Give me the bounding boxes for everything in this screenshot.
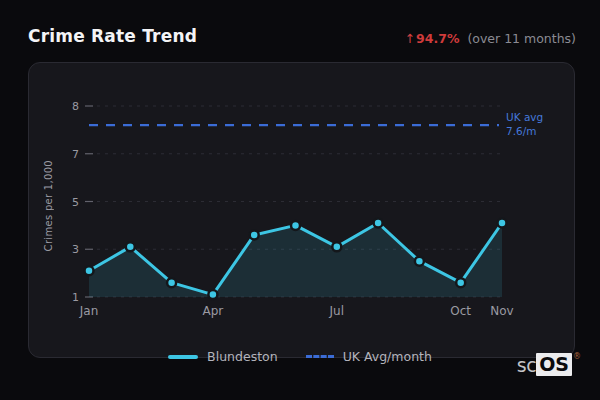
reference-line-swatch xyxy=(306,355,334,358)
delta-percentage: 94.7% xyxy=(416,31,459,46)
legend-item-uk-avg[interactable]: UK Avg/month xyxy=(306,349,432,364)
legend-label-reference: UK Avg/month xyxy=(343,349,432,364)
y-axis-title: Crimes per 1,000 xyxy=(43,160,54,251)
y-tick-label: 5 xyxy=(72,196,79,209)
y-tick-label: 3 xyxy=(72,243,79,256)
data-point-apr[interactable] xyxy=(208,290,217,299)
y-tick-label: 1 xyxy=(72,291,79,304)
page-title: Crime Rate Trend xyxy=(28,26,197,46)
uk-average-value: 7.6/m xyxy=(506,125,536,137)
chart-legend: Blundeston UK Avg/month xyxy=(0,349,600,364)
y-tick-label: 7 xyxy=(72,148,79,161)
x-tick-label-oct: Oct xyxy=(450,304,471,318)
dashboard: Crime Rate Trend ↑94.7% (over 11 months)… xyxy=(0,0,600,400)
scos-logo: sc OS ® xyxy=(517,353,581,376)
logo-text-sc: sc xyxy=(517,354,536,376)
data-point-jun[interactable] xyxy=(291,221,300,230)
data-point-oct[interactable] xyxy=(456,278,465,287)
delta-context: (over 11 months) xyxy=(467,31,576,46)
registered-mark-icon: ® xyxy=(573,352,581,361)
up-arrow-icon: ↑ xyxy=(405,31,415,46)
data-point-sep[interactable] xyxy=(415,257,424,266)
legend-item-blundeston[interactable]: Blundeston xyxy=(168,349,278,364)
logo-text-os: OS xyxy=(536,353,572,376)
data-point-nov[interactable] xyxy=(498,218,507,227)
x-tick-label-apr: Apr xyxy=(203,304,224,318)
legend-label-series: Blundeston xyxy=(207,349,278,364)
x-tick-label-jul: Jul xyxy=(329,304,344,318)
series-line-swatch xyxy=(168,355,198,359)
data-point-mar[interactable] xyxy=(167,278,176,287)
data-point-may[interactable] xyxy=(250,230,259,239)
series-area-fill xyxy=(89,223,502,297)
data-point-aug[interactable] xyxy=(374,218,383,227)
data-point-jan[interactable] xyxy=(85,266,94,275)
x-tick-label-nov: Nov xyxy=(490,304,513,318)
trend-delta: ↑94.7% (over 11 months) xyxy=(405,31,576,46)
chart-card: 13578UK avg7.6/mJanAprJulOctNov Crimes p… xyxy=(28,62,575,358)
data-point-feb[interactable] xyxy=(126,242,135,251)
uk-average-label: UK avg xyxy=(506,111,543,123)
x-tick-label-jan: Jan xyxy=(79,304,99,318)
crime-trend-chart: 13578UK avg7.6/mJanAprJulOctNov xyxy=(29,63,576,359)
data-point-jul[interactable] xyxy=(332,242,341,251)
y-tick-label: 8 xyxy=(72,100,79,113)
